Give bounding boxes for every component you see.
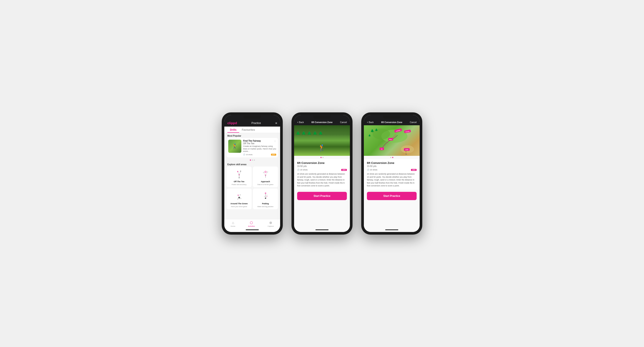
drill-map: Hit Miss FAIRWAY ROUGH S bbox=[364, 125, 420, 156]
explore-label: Explore skill areas bbox=[224, 162, 280, 167]
tree-4: 🌲 bbox=[313, 131, 317, 135]
drill-photo: 🌲 🌲 🌲 🌲 🌲 🏌️ bbox=[294, 125, 350, 156]
start-practice-button-3[interactable]: Start Practice bbox=[367, 192, 416, 200]
shots-clock-icon-2: 🕐 bbox=[297, 169, 300, 171]
tab-favourites[interactable]: Favourites bbox=[239, 127, 258, 133]
svg-line-24 bbox=[266, 197, 267, 198]
menu-icon[interactable]: ≡ bbox=[275, 121, 277, 125]
detail-title-header-3: 6ft Conversion Zone bbox=[381, 121, 402, 124]
dot-3 bbox=[254, 160, 255, 161]
tree-3: 🌲 bbox=[307, 131, 312, 135]
course-map-svg: Hit Miss FAIRWAY ROUGH S bbox=[364, 125, 420, 156]
drill-tag-2: ARG bbox=[341, 169, 347, 171]
nav-activities-label: Activities bbox=[248, 225, 255, 227]
golf-map-bg: Hit Miss FAIRWAY ROUGH S bbox=[364, 125, 420, 156]
drill-shots: 🕐 10 shots bbox=[243, 154, 252, 156]
skill-atg-desc: Hone your short game bbox=[231, 206, 247, 208]
tab-drills[interactable]: Drills bbox=[228, 127, 239, 133]
nav-home-label: Home bbox=[231, 225, 235, 227]
capture-icon: ⊕ bbox=[269, 221, 272, 225]
detail-content-3: 6ft Conversion Zone 10-50 yds 🕐 20 shots… bbox=[364, 159, 420, 190]
notch-1 bbox=[244, 116, 261, 119]
favourite-icon[interactable]: ☆ bbox=[274, 140, 276, 143]
drill-tag-3: ARG bbox=[411, 169, 416, 171]
svg-point-28 bbox=[266, 195, 267, 196]
skill-ott-desc: Power and accuracy bbox=[232, 184, 246, 185]
dot-1 bbox=[250, 160, 251, 161]
drill-description: Create an imaginary fairway using trees … bbox=[243, 145, 276, 153]
svg-line-2 bbox=[239, 172, 240, 175]
atg-icon-area bbox=[234, 191, 244, 202]
drill-detail-title-2: 6ft Conversion Zone bbox=[297, 161, 347, 165]
shots-clock-icon-3: 🕐 bbox=[367, 169, 369, 171]
tree-2: 🌲 bbox=[302, 131, 306, 135]
svg-point-26 bbox=[266, 196, 267, 197]
skill-approach-desc: Dial-in to hit the green bbox=[258, 184, 274, 185]
back-button-2[interactable]: < Back bbox=[297, 121, 304, 124]
svg-text:🚶: 🚶 bbox=[404, 151, 408, 155]
golfer-figure: 🏌️ bbox=[318, 144, 326, 151]
skill-card-approach[interactable]: Approach Dial-in to hit the green bbox=[253, 167, 278, 187]
dot-map bbox=[322, 157, 324, 158]
home-indicator-3 bbox=[364, 228, 420, 232]
phone-3: < Back 6ft Conversion Zone Cancel bbox=[361, 112, 422, 235]
home-icon: ⌂ bbox=[232, 221, 234, 225]
drill-subtitle: Off The Tee bbox=[243, 142, 276, 145]
skill-atg-name: Around The Green bbox=[230, 203, 248, 205]
shots-count-2: 🕐 20 shots bbox=[297, 169, 308, 171]
svg-text:🌲: 🌲 bbox=[375, 128, 378, 131]
skill-card-atg[interactable]: Around The Green Hone your short game bbox=[226, 189, 252, 209]
cancel-button-3[interactable]: Cancel bbox=[410, 121, 416, 124]
detail-content-2: 6ft Conversion Zone 10-50 yds 🕐 20 shots… bbox=[294, 159, 350, 190]
nav-home[interactable]: ⌂ Home bbox=[231, 221, 235, 227]
shots-row-2: 🕐 20 shots ARG bbox=[297, 169, 347, 171]
detail-scroll-2[interactable]: 🌲 🌲 🌲 🌲 🌲 🏌️ 6ft bbox=[294, 125, 350, 228]
skill-approach-name: Approach bbox=[261, 180, 270, 183]
tree-1: 🌲 bbox=[296, 131, 300, 135]
svg-point-11 bbox=[265, 171, 266, 173]
cancel-button-2[interactable]: Cancel bbox=[340, 121, 347, 124]
clock-icon: 🕐 bbox=[243, 154, 245, 156]
start-practice-button-2[interactable]: Start Practice bbox=[297, 192, 347, 200]
activities-icon: ⬡ bbox=[250, 221, 253, 225]
carousel-dots bbox=[224, 159, 280, 162]
approach-icon-area bbox=[260, 169, 271, 180]
back-button-3[interactable]: < Back bbox=[367, 121, 374, 124]
svg-point-5 bbox=[240, 171, 241, 172]
dot-map-3 bbox=[392, 157, 393, 158]
svg-point-25 bbox=[265, 193, 266, 194]
most-popular-label: Most Popular bbox=[224, 133, 280, 138]
skill-card-ott[interactable]: Off The Tee Power and accuracy bbox=[226, 167, 252, 187]
detail-dots-3 bbox=[364, 156, 420, 159]
ott-icon bbox=[234, 169, 244, 179]
svg-text:SAND: SAND bbox=[405, 149, 408, 150]
svg-point-21 bbox=[240, 198, 241, 199]
shots-text-2: 20 shots bbox=[300, 169, 308, 171]
home-indicator-1 bbox=[224, 228, 280, 232]
drill-thumb-image: 🏌️ bbox=[228, 140, 241, 153]
drill-title: Find The Fairway bbox=[243, 140, 276, 142]
skill-card-putting[interactable]: Putting Make and lag practice bbox=[253, 189, 278, 209]
drill-scroll[interactable]: Most Popular 🏌️ Find The Fairway Off The… bbox=[224, 133, 280, 219]
nav-activities[interactable]: ⬡ Activities bbox=[248, 221, 255, 227]
phone-1-screen: clippd Practice ≡ Drills Favourites Most… bbox=[224, 115, 280, 232]
tag-ott: OTT bbox=[271, 154, 276, 156]
shots-text-3: 20 shots bbox=[370, 169, 377, 171]
svg-point-13 bbox=[267, 172, 268, 172]
svg-point-6 bbox=[239, 177, 240, 178]
approach-icon bbox=[260, 169, 270, 179]
notch-3 bbox=[383, 116, 400, 119]
drill-desc-2: 20 shots are randomly generated at dista… bbox=[297, 173, 347, 187]
svg-text:Hit: Hit bbox=[381, 148, 382, 150]
detail-scroll-3[interactable]: Hit Miss FAIRWAY ROUGH S bbox=[364, 125, 420, 228]
phone-3-screen: < Back 6ft Conversion Zone Cancel bbox=[364, 115, 420, 232]
shots-count-3: 🕐 20 shots bbox=[367, 169, 377, 171]
skill-putting-desc: Make and lag practice bbox=[258, 206, 274, 208]
nav-capture[interactable]: ⊕ Capture bbox=[268, 221, 274, 227]
featured-drill-card[interactable]: 🏌️ Find The Fairway Off The Tee Create a… bbox=[226, 138, 278, 157]
phone-2-screen: < Back 6ft Conversion Zone Cancel 🌲 🌲 🌲 … bbox=[294, 115, 350, 232]
nav-capture-label: Capture bbox=[268, 225, 274, 227]
svg-point-4 bbox=[237, 171, 238, 172]
detail-title-header-2: 6ft Conversion Zone bbox=[312, 121, 333, 124]
phone-2: < Back 6ft Conversion Zone Cancel 🌲 🌲 🌲 … bbox=[292, 112, 352, 235]
